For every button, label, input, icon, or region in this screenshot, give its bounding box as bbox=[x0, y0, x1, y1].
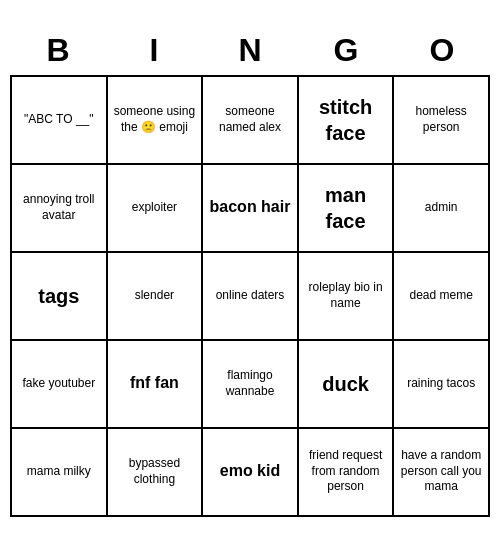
bingo-cell: have a random person call you mama bbox=[394, 429, 490, 517]
bingo-cell: tags bbox=[12, 253, 108, 341]
bingo-cell: "ABC TO __" bbox=[12, 77, 108, 165]
bingo-cell: flamingo wannabe bbox=[203, 341, 299, 429]
bingo-cell: raining tacos bbox=[394, 341, 490, 429]
bingo-letter: B bbox=[10, 28, 106, 73]
bingo-cell: homeless person bbox=[394, 77, 490, 165]
bingo-card: BINGO "ABC TO __"someone using the 🙁 emo… bbox=[10, 28, 490, 517]
bingo-cell: annoying troll avatar bbox=[12, 165, 108, 253]
bingo-cell: slender bbox=[108, 253, 204, 341]
bingo-cell: duck bbox=[299, 341, 395, 429]
bingo-cell: bacon hair bbox=[203, 165, 299, 253]
bingo-cell: someone using the 🙁 emoji bbox=[108, 77, 204, 165]
bingo-cell: roleplay bio in name bbox=[299, 253, 395, 341]
bingo-cell: emo kid bbox=[203, 429, 299, 517]
bingo-cell: friend request from random person bbox=[299, 429, 395, 517]
bingo-cell: bypassed clothing bbox=[108, 429, 204, 517]
bingo-cell: fake youtuber bbox=[12, 341, 108, 429]
bingo-letter: G bbox=[298, 28, 394, 73]
bingo-cell: fnf fan bbox=[108, 341, 204, 429]
bingo-cell: stitch face bbox=[299, 77, 395, 165]
bingo-cell: dead meme bbox=[394, 253, 490, 341]
bingo-cell: online daters bbox=[203, 253, 299, 341]
bingo-cell: someone named alex bbox=[203, 77, 299, 165]
bingo-cell: man face bbox=[299, 165, 395, 253]
bingo-letter: I bbox=[106, 28, 202, 73]
bingo-cell: admin bbox=[394, 165, 490, 253]
bingo-letter: O bbox=[394, 28, 490, 73]
bingo-grid: "ABC TO __"someone using the 🙁 emojisome… bbox=[10, 75, 490, 517]
bingo-header: BINGO bbox=[10, 28, 490, 73]
bingo-letter: N bbox=[202, 28, 298, 73]
bingo-cell: mama milky bbox=[12, 429, 108, 517]
bingo-cell: exploiter bbox=[108, 165, 204, 253]
